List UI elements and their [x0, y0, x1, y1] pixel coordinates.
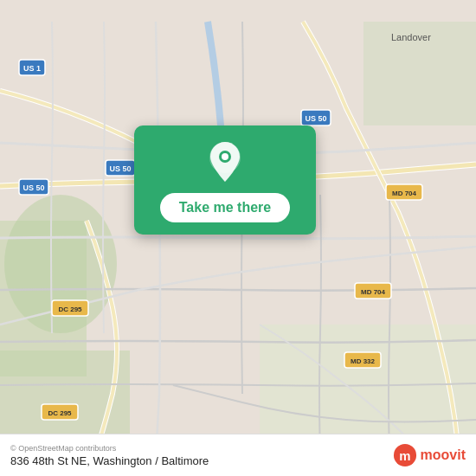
map-container: Landover US 1 US 50 US 50 US 50 MD 704 M… [0, 0, 476, 476]
bottom-bar: © OpenStreetMap contributors 836 48th St… [0, 434, 476, 476]
svg-text:US 1: US 1 [23, 64, 41, 73]
svg-text:DC 295: DC 295 [48, 409, 72, 417]
attribution-text: © OpenStreetMap contributors [10, 444, 209, 453]
svg-text:Landover: Landover [391, 32, 431, 42]
map-roads: Landover US 1 US 50 US 50 US 50 MD 704 M… [0, 0, 476, 476]
svg-text:MD 332: MD 332 [351, 357, 376, 365]
location-card: Take me there [134, 125, 316, 235]
svg-text:m: m [399, 448, 410, 463]
moovit-label: moovit [421, 447, 466, 463]
pin-icon-wrap [203, 141, 247, 184]
svg-text:US 50: US 50 [109, 164, 131, 173]
svg-text:US 50: US 50 [23, 183, 44, 192]
svg-point-26 [222, 153, 228, 160]
address-text: 836 48th St NE, Washington / Baltimore [10, 454, 209, 467]
svg-text:MD 704: MD 704 [361, 288, 386, 296]
moovit-logo: m moovit [393, 443, 466, 467]
svg-text:US 50: US 50 [305, 114, 326, 123]
svg-text:DC 295: DC 295 [58, 306, 82, 313]
moovit-icon: m [393, 443, 417, 467]
svg-text:MD 704: MD 704 [392, 190, 417, 197]
pin-icon [206, 140, 244, 185]
address-section: © OpenStreetMap contributors 836 48th St… [10, 444, 209, 467]
take-me-there-button[interactable]: Take me there [160, 193, 290, 222]
